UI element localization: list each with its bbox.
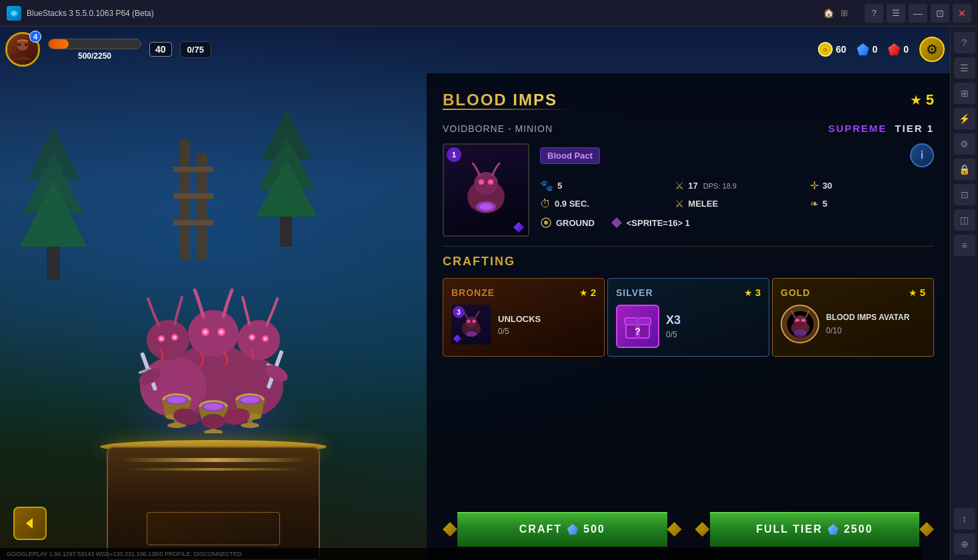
full-tier-btn-diamond-left <box>695 522 710 537</box>
silver-star-icon: ★ <box>744 287 753 298</box>
window-controls: 🏠 ⊞ ? ☰ — ⊡ ✕ <box>823 4 971 23</box>
mystery-box: ? <box>616 305 659 348</box>
stat-movement-display: GROUND <box>540 217 595 229</box>
bronze-reward-info: UNLOCKS 0/5 <box>498 314 541 336</box>
bronze-item-label: UNLOCKS <box>498 314 541 324</box>
craft-cost: 500 <box>583 523 605 535</box>
sidebar-icon-bottom-1[interactable]: ↕ <box>954 508 975 529</box>
svg-point-69 <box>488 179 493 185</box>
silver-progress: 0/5 <box>666 330 681 339</box>
star-rating: ★ 5 <box>910 91 934 109</box>
svg-point-62 <box>201 414 225 429</box>
top-hud: 4 500/2250 40 0/75 G 60 0 <box>5 32 945 67</box>
gold-item-label: BLOOD IMPS AVATAR <box>826 313 909 323</box>
titlebar: BlueStacks 3 5.5.0.1063 P64 (Beta) 🏠 ⊞ ?… <box>0 0 978 27</box>
rarity-tier-area: SUPREME TIER 1 <box>828 123 934 134</box>
sidebar-icon-8[interactable]: ◫ <box>954 209 975 231</box>
xp-bar-container: 500/2250 <box>48 39 141 61</box>
svg-point-23 <box>237 320 280 360</box>
unit-details: Blood Pact i 🐾 5 ⚔ 17 DPS: 18.9 ✛ <box>540 143 934 229</box>
full-tier-btn-wrapper: FULL TIER 2500 <box>695 512 935 547</box>
gold-reward-info: BLOOD IMPS AVATAR 0/10 <box>826 313 909 335</box>
damage-value: 17 <box>688 181 697 191</box>
tree-left <box>13 113 93 283</box>
silver-label: SILVER <box>616 287 653 298</box>
settings-button[interactable]: ⚙ <box>919 37 945 62</box>
stats-grid: 🐾 5 ⚔ 17 DPS: 18.9 ✛ 30 ⏱ 0.9 SEC. <box>540 179 934 210</box>
tier-silver: SILVER ★ 3 ? <box>607 278 769 357</box>
gold-coin-icon: G <box>818 42 833 57</box>
sidebar-icon-7[interactable]: ⊡ <box>954 184 975 205</box>
sidebar-icon-2[interactable]: ☰ <box>954 57 975 79</box>
svg-point-68 <box>479 179 484 185</box>
sidebar-icon-1[interactable]: ? <box>954 32 975 53</box>
sidebar-icon-4[interactable]: ⚡ <box>954 108 975 129</box>
stat-speed: ⏱ 0.9 SEC. <box>540 197 664 210</box>
movement-type: GROUND <box>556 218 595 228</box>
help-button[interactable]: ? <box>865 4 883 23</box>
svg-point-27 <box>219 330 223 334</box>
svg-point-77 <box>467 319 471 323</box>
full-tier-label: FULL TIER <box>756 523 822 535</box>
gem-icon <box>857 43 869 55</box>
svg-point-76 <box>465 317 477 327</box>
platform-panel <box>147 512 280 545</box>
gold-progress: 0/10 <box>826 326 909 335</box>
silver-stars: ★ 3 <box>744 287 761 298</box>
stat-armor: ✛ 30 <box>810 179 934 192</box>
tier-gold: GOLD ★ 5 <box>772 278 934 357</box>
sidebar-icon-6[interactable]: 🔒 <box>954 159 975 180</box>
minimize-button[interactable]: — <box>909 4 927 23</box>
unit-header: BLOOD IMPS ★ 5 <box>443 87 934 113</box>
close-button[interactable]: ✕ <box>953 4 971 23</box>
full-tier-button[interactable]: FULL TIER 2500 <box>710 512 920 547</box>
platform-stripe-2 <box>128 468 301 471</box>
gold-stars: ★ 5 <box>909 287 925 298</box>
svg-text:?: ? <box>635 326 641 337</box>
player-avatar-container: 4 <box>5 32 40 67</box>
bronze-star-icon: ★ <box>579 287 588 298</box>
svg-point-90 <box>793 329 807 337</box>
svg-point-26 <box>203 330 207 334</box>
unit-rarity: SUPREME <box>828 123 887 134</box>
star-count: 5 <box>926 91 934 109</box>
bronze-progress: 0/5 <box>498 327 541 336</box>
home-nav-icon[interactable]: 🏠 <box>823 8 834 18</box>
svg-point-79 <box>466 331 477 337</box>
menu-button[interactable]: ☰ <box>887 4 905 23</box>
nav-arrow-left[interactable] <box>13 507 47 540</box>
bronze-content: 3 <box>451 305 596 345</box>
sidebar-icon-5[interactable]: ⚙ <box>954 133 975 155</box>
svg-point-4 <box>25 43 27 46</box>
bluestacks-logo <box>7 6 21 21</box>
silver-header: SILVER ★ 3 <box>616 287 761 298</box>
unit-ability: Blood Pact <box>540 147 600 164</box>
gold-star-icon: ★ <box>909 287 917 298</box>
gold-label: GOLD <box>781 287 810 298</box>
creature-display <box>107 220 320 433</box>
secondary-level: 40 <box>155 44 166 55</box>
speed-icon: ⏱ <box>540 198 551 210</box>
svg-marker-74 <box>611 217 622 228</box>
multi-nav-icon[interactable]: ⊞ <box>841 8 848 18</box>
svg-point-45 <box>204 429 223 433</box>
svg-rect-16 <box>173 193 213 199</box>
gold-star-count: 5 <box>920 287 925 298</box>
craft-btn-wrapper: CRAFT 500 <box>443 512 682 547</box>
svg-rect-15 <box>173 167 213 172</box>
silver-item-label: X3 <box>666 313 681 327</box>
craft-button[interactable]: CRAFT 500 <box>457 512 667 547</box>
special2-value: <SPRITE=16> 1 <box>627 218 690 228</box>
game-area: 4 500/2250 40 0/75 G 60 0 <box>0 27 950 560</box>
player-level-badge: 4 <box>29 31 41 43</box>
armor-value: 30 <box>823 181 832 191</box>
info-button[interactable]: i <box>910 143 934 167</box>
restore-button[interactable]: ⊡ <box>931 4 949 23</box>
sidebar-icon-bottom-2[interactable]: ⊕ <box>954 533 975 555</box>
sidebar-icon-9[interactable]: ≡ <box>954 235 975 256</box>
unit-card-row: 1 Blood Pact <box>443 143 934 237</box>
stat-attack: 🐾 5 <box>540 179 664 192</box>
sidebar-icon-3[interactable]: ⊞ <box>954 83 975 104</box>
statusbar-text: GOOGLEPLAY 1.84.1297.53143 WSS=130.231.1… <box>7 551 242 557</box>
crafting-title: CRAFTING <box>443 246 934 269</box>
